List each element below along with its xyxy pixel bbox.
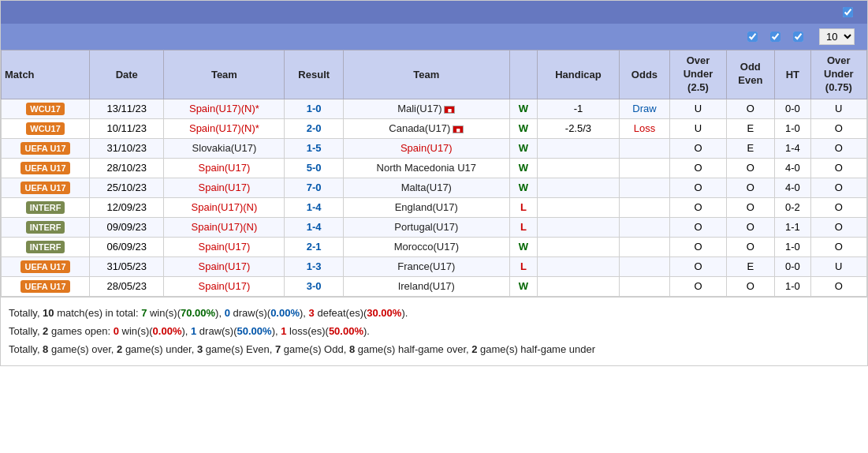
team1-link[interactable]: Spain(U17)(N) — [192, 201, 258, 213]
th-ht: HT — [775, 51, 811, 99]
odds-cell: Loss — [619, 118, 670, 138]
odd-even-cell: O — [726, 178, 774, 197]
team2-link[interactable]: Malta(U17) — [401, 182, 452, 193]
team1-cell: Spain(U17) — [164, 178, 285, 197]
scores-table: Match Date Team Result Team Handicap Odd… — [1, 50, 867, 297]
ht-cell: 0-0 — [775, 256, 811, 276]
team2-link[interactable]: Ireland(U17) — [398, 280, 455, 292]
team2-link[interactable]: North Macedonia U17 — [377, 162, 476, 174]
over-under-075-cell: O — [810, 158, 866, 178]
th-result: Result — [285, 51, 344, 99]
team2-cell: England(U17) — [344, 197, 510, 217]
display-notes-checkbox[interactable] — [843, 7, 853, 17]
result-cell: 2-1 — [285, 237, 344, 256]
result-link[interactable]: 7-0 — [307, 182, 322, 193]
result-cell: 1-4 — [285, 197, 344, 217]
team1-cell: Spain(U17)(N)* — [164, 118, 285, 138]
result-link[interactable]: 3-0 — [307, 280, 322, 292]
result-link[interactable]: 2-1 — [307, 241, 322, 253]
result-cell: 5-0 — [285, 158, 344, 178]
wl-indicator: W — [519, 122, 528, 134]
table-row: INTERF09/09/23Spain(U17)(N)1-4Portugal(U… — [2, 217, 867, 237]
filter-bar: 5 10 15 20 25 30 — [1, 24, 867, 50]
match-badge: UEFA U17 — [20, 280, 69, 293]
match-date: 28/10/23 — [90, 158, 164, 178]
last-games-select[interactable]: 5 10 15 20 25 30 — [819, 28, 855, 45]
over-under-075-cell: O — [810, 237, 866, 256]
result-cell: 1-3 — [285, 256, 344, 276]
handicap-cell — [538, 276, 619, 296]
odds-value: Loss — [634, 122, 655, 134]
odds-cell — [619, 138, 670, 158]
match-date: 12/09/23 — [90, 197, 164, 217]
wl-indicator: L — [520, 201, 527, 213]
team2-link[interactable]: Canada(U17) — [389, 122, 450, 134]
result-link[interactable]: 1-5 — [307, 142, 322, 154]
team2-cell: Malta(U17) — [344, 178, 510, 197]
handicap-cell — [538, 197, 619, 217]
handicap-cell — [538, 217, 619, 237]
team2-link[interactable]: Spain(U17) — [400, 142, 453, 154]
wl-indicator: W — [519, 280, 528, 292]
team1-link[interactable]: Spain(U17)(N)* — [189, 103, 259, 114]
over-under-25-cell: O — [670, 217, 726, 237]
odds-value: Draw — [632, 103, 656, 114]
odd-even-cell: O — [726, 99, 774, 118]
odd-even-cell: O — [726, 197, 774, 217]
summary-section: Totally, 10 match(es) in total: 7 win(s)… — [1, 297, 867, 365]
team1-link[interactable]: Spain(U17)(N) — [192, 221, 258, 233]
match-badge-cell: UEFA U17 — [2, 256, 90, 276]
match-badge-cell: INTERF — [2, 237, 90, 256]
filter-wcu17-checkbox[interactable] — [793, 32, 803, 42]
match-badge: UEFA U17 — [20, 142, 69, 155]
result-link[interactable]: 1-3 — [307, 260, 322, 272]
match-badge: UEFA U17 — [20, 162, 69, 174]
wl-cell: W — [509, 276, 538, 296]
wl-cell: W — [509, 237, 538, 256]
team1-link[interactable]: Spain(U17) — [199, 260, 251, 272]
filter-uefa — [770, 32, 784, 42]
over-under-075-cell: O — [810, 118, 866, 138]
match-badge: WCU17 — [26, 103, 65, 115]
team1-link[interactable]: Spain(U17) — [199, 280, 251, 292]
wl-cell: L — [509, 217, 538, 237]
over-under-075-cell: O — [810, 217, 866, 237]
wl-cell: W — [509, 158, 538, 178]
match-badge: WCU17 — [26, 122, 65, 135]
filter-uefa-checkbox[interactable] — [770, 32, 780, 42]
summary-line-2: Totally, 2 games open: 0 win(s)(0.00%), … — [9, 322, 859, 340]
th-team2: Team — [344, 51, 510, 99]
team2-link[interactable]: Portugal(U17) — [394, 221, 458, 233]
team1-cell: Spain(U17)(N) — [164, 197, 285, 217]
over-under-25-cell: O — [670, 197, 726, 217]
result-link[interactable]: 1-4 — [307, 221, 322, 233]
odds-cell — [619, 197, 670, 217]
team2-cell: Portugal(U17) — [344, 217, 510, 237]
result-link[interactable]: 2-0 — [307, 122, 322, 134]
wl-indicator: L — [520, 260, 527, 272]
table-row: UEFA U1731/10/23Slovakia(U17)1-5Spain(U1… — [2, 138, 867, 158]
odd-even-cell: O — [726, 217, 774, 237]
result-cell: 1-5 — [285, 138, 344, 158]
team1-cell: Spain(U17) — [164, 237, 285, 256]
flag-icon: ■ — [444, 106, 455, 114]
team1-link[interactable]: Spain(U17)(N)* — [189, 122, 259, 134]
team2-link[interactable]: Mali(U17) — [397, 103, 441, 114]
team1-link[interactable]: Spain(U17) — [199, 241, 251, 253]
team1-link[interactable]: Slovakia(U17) — [192, 142, 257, 154]
result-link[interactable]: 1-4 — [307, 201, 322, 213]
result-link[interactable]: 1-0 — [307, 103, 322, 114]
team1-link[interactable]: Spain(U17) — [199, 182, 251, 193]
table-row: UEFA U1731/05/23Spain(U17)1-3France(U17)… — [2, 256, 867, 276]
team2-link[interactable]: England(U17) — [395, 201, 458, 213]
team2-link[interactable]: France(U17) — [397, 260, 455, 272]
table-row: WCU1713/11/23Spain(U17)(N)*1-0Mali(U17)■… — [2, 99, 867, 118]
result-link[interactable]: 5-0 — [307, 162, 322, 174]
team2-link[interactable]: Morocco(U17) — [394, 241, 459, 253]
team1-cell: Spain(U17) — [164, 276, 285, 296]
th-odds: Odds — [619, 51, 670, 99]
team1-link[interactable]: Spain(U17) — [199, 162, 251, 174]
flag-icon: ■ — [453, 125, 464, 133]
filter-interf-checkbox[interactable] — [747, 32, 758, 42]
handicap-cell: -1 — [538, 99, 619, 118]
